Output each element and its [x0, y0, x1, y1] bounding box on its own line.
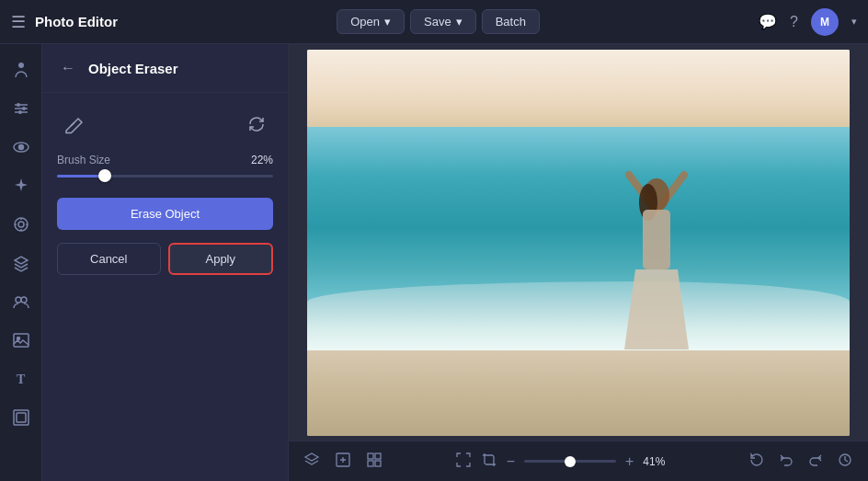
menu-icon[interactable]: ☰	[11, 12, 26, 32]
sidebar-icon-adjust[interactable]	[5, 92, 38, 125]
save-button[interactable]: Save ▾	[410, 9, 476, 34]
brush-size-row: Brush Size 22%	[57, 154, 273, 166]
sidebar-icon-layers[interactable]	[5, 246, 38, 280]
edit-bottom-icon[interactable]	[335, 452, 351, 472]
sidebar-icon-group[interactable]	[5, 285, 38, 318]
svg-text:T: T	[17, 372, 26, 386]
sidebar-icon-effects[interactable]	[5, 208, 38, 241]
action-row: Cancel Apply	[57, 243, 273, 275]
topbar-center: Open ▾ Save ▾ Batch	[118, 9, 759, 34]
photo-canvas[interactable]	[307, 50, 850, 436]
svg-point-10	[18, 222, 24, 227]
crop-icon[interactable]	[481, 452, 497, 472]
sidebar-icon-text[interactable]: T	[5, 362, 38, 395]
zoom-value: 41%	[643, 455, 676, 468]
brush-size-section: Brush Size 22%	[57, 154, 273, 185]
slider-track	[57, 175, 273, 178]
brush-size-slider[interactable]	[57, 166, 273, 185]
canvas-area: − + 41%	[289, 44, 868, 481]
cancel-button[interactable]: Cancel	[57, 243, 161, 275]
topbar-left: ☰ Photo Editor	[11, 12, 118, 32]
svg-point-5	[22, 107, 26, 110]
svg-point-11	[16, 297, 21, 303]
eraser-tool-icon[interactable]	[57, 108, 90, 141]
person-silhouette	[615, 156, 698, 359]
layers-bottom-icon[interactable]	[303, 452, 320, 472]
save-chevron-icon: ▾	[456, 15, 463, 29]
fit-screen-icon[interactable]	[455, 452, 472, 472]
refresh-icon[interactable]	[240, 108, 273, 141]
history-icon[interactable]	[837, 452, 853, 472]
sidebar-icon-image[interactable]	[5, 324, 38, 357]
photo-sand	[307, 350, 850, 435]
tool-icons-row	[57, 108, 273, 141]
rotate-icon[interactable]	[748, 452, 765, 472]
back-button[interactable]: ←	[57, 57, 79, 79]
sidebar-icon-person[interactable]	[5, 53, 38, 86]
svg-point-0	[18, 63, 24, 68]
sidebar-icon-frame[interactable]	[5, 401, 38, 434]
apply-button[interactable]: Apply	[168, 243, 274, 275]
sidebar: T	[0, 44, 42, 481]
svg-marker-23	[624, 269, 689, 349]
svg-rect-28	[375, 461, 381, 466]
redo-icon[interactable]	[807, 452, 824, 472]
tool-panel: ← Object Eraser Brush Size 22%	[42, 44, 289, 481]
erase-object-button[interactable]: Erase Object	[57, 198, 273, 230]
grid-bottom-icon[interactable]	[366, 452, 383, 472]
topbar: ☰ Photo Editor Open ▾ Save ▾ Batch 💬 ? M…	[0, 0, 868, 44]
open-button[interactable]: Open ▾	[337, 9, 405, 34]
zoom-thumb	[565, 456, 576, 467]
tool-content: Brush Size 22% Erase Object Cancel	[42, 93, 288, 290]
photo-sky	[307, 50, 850, 134]
svg-rect-22	[643, 210, 670, 269]
svg-rect-13	[14, 334, 29, 347]
svg-rect-26	[375, 453, 381, 459]
app-title: Photo Editor	[35, 14, 118, 29]
sidebar-icon-eye[interactable]	[5, 131, 38, 164]
svg-rect-17	[17, 413, 26, 422]
canvas-viewport[interactable]	[289, 44, 868, 441]
tool-panel-title: Object Eraser	[88, 61, 178, 76]
svg-point-6	[18, 110, 22, 114]
undo-icon[interactable]	[778, 452, 794, 472]
zoom-slider[interactable]	[524, 460, 616, 463]
svg-point-8	[18, 145, 23, 150]
brush-size-label: Brush Size	[57, 154, 110, 166]
svg-point-9	[15, 218, 28, 231]
batch-button[interactable]: Batch	[482, 9, 540, 34]
brush-size-value: 22%	[251, 154, 273, 166]
bottom-center: − + 41%	[455, 452, 677, 472]
avatar-chevron-icon[interactable]: ▾	[851, 16, 857, 28]
bottom-left	[303, 452, 383, 472]
zoom-out-icon[interactable]: −	[507, 453, 515, 470]
photo-wave	[307, 281, 850, 351]
svg-rect-25	[368, 453, 373, 459]
slider-thumb[interactable]	[98, 169, 111, 182]
chat-icon[interactable]: 💬	[759, 13, 777, 30]
avatar[interactable]: M	[811, 8, 839, 36]
zoom-in-icon[interactable]: +	[625, 453, 634, 470]
svg-point-12	[21, 297, 27, 303]
svg-rect-27	[368, 461, 373, 466]
svg-point-4	[17, 103, 20, 107]
topbar-right: 💬 ? M ▾	[759, 8, 857, 36]
help-icon[interactable]: ?	[790, 14, 798, 30]
bottom-bar: − + 41%	[289, 441, 868, 481]
main-layout: T ← Object Eraser Brush Size 22%	[0, 44, 868, 481]
tool-panel-header: ← Object Eraser	[42, 44, 288, 93]
open-chevron-icon: ▾	[384, 15, 391, 29]
sidebar-icon-sparkle[interactable]	[5, 169, 38, 202]
bottom-right	[748, 452, 853, 472]
